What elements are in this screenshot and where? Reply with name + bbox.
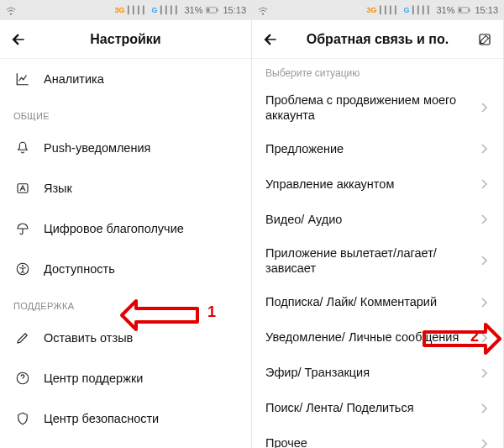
- row-label: Цифровое благополучие: [44, 221, 238, 236]
- chevron-right-icon: [478, 144, 490, 154]
- settings-screen: 3G ▎▎▎▎ G ▎▎▎▎ 31% 15:13 Настройки Анали…: [0, 0, 252, 448]
- wifi-icon: [257, 4, 269, 16]
- select-situation-label: Выберите ситуацию: [252, 59, 503, 84]
- row-label: Приложение вылетает/лагает/зависает: [265, 245, 478, 276]
- chevron-right-icon: [478, 256, 490, 266]
- section-header-support: ПОДДЕРЖКА: [0, 289, 251, 318]
- battery-icon: [206, 6, 219, 14]
- chevron-right-icon: [478, 403, 490, 414]
- row-label: Центр безопасности: [44, 411, 238, 426]
- feedback-screen: 3G ▎▎▎▎ G ▎▎▎▎ 31% 15:13 Обратная связь …: [252, 0, 504, 448]
- network-3g-label: 3G: [114, 6, 124, 14]
- sidebar-item-analytics[interactable]: Аналитика: [0, 59, 251, 99]
- pencil-icon: [13, 330, 32, 345]
- list-item[interactable]: Эфир/ Транзакция: [252, 356, 503, 391]
- row-label: Центр поддержки: [44, 371, 238, 386]
- row-label: Прочее: [265, 435, 478, 448]
- chevron-right-icon: [478, 179, 490, 189]
- help-icon: [13, 371, 32, 386]
- row-label: Управление аккаунтом: [265, 177, 478, 192]
- chevron-right-icon: [478, 298, 490, 308]
- sidebar-item-wellbeing[interactable]: Цифровое благополучие: [0, 208, 251, 249]
- row-label: Push-уведомления: [44, 140, 238, 155]
- sidebar-item-accessibility[interactable]: Доступность: [0, 249, 251, 289]
- arrow-left-icon: [10, 31, 27, 48]
- section-header-general: ОБЩИЕ: [0, 99, 251, 128]
- status-bar: 3G ▎▎▎▎ G ▎▎▎▎ 31% 15:13: [252, 0, 503, 20]
- list-item[interactable]: Подписка/ Лайк/ Комментарий: [252, 285, 503, 320]
- svg-rect-1: [217, 8, 218, 11]
- sidebar-item-safety-center[interactable]: Центр безопасности: [0, 398, 251, 439]
- list-item[interactable]: Поиск/ Лента/ Поделиться: [252, 391, 503, 426]
- row-label: Эфир/ Транзакция: [265, 365, 478, 380]
- list-item[interactable]: Приложение вылетает/лагает/зависает: [252, 237, 503, 284]
- compose-icon: [477, 32, 492, 47]
- header: Настройки: [0, 20, 251, 59]
- list-item[interactable]: Предложение: [252, 131, 503, 166]
- page-title: Настройки: [29, 32, 223, 47]
- signal-bars-2: ▎▎▎▎: [412, 6, 433, 14]
- section-header-documents: ДОКУМЕНТЫ: [0, 439, 251, 448]
- list-item[interactable]: Проблема с продвижением моего аккаунта: [252, 84, 503, 131]
- chevron-right-icon: [478, 103, 490, 113]
- shield-icon: [13, 411, 32, 426]
- chevron-right-icon: [478, 368, 490, 378]
- row-label: Проблема с продвижением моего аккаунта: [265, 92, 478, 123]
- sidebar-item-feedback[interactable]: Оставить отзыв: [0, 318, 251, 358]
- svg-rect-8: [469, 8, 470, 11]
- row-label: Видео/ Аудио: [265, 212, 478, 227]
- network-g-label: G: [151, 6, 157, 14]
- signal-bars-2: ▎▎▎▎: [160, 6, 181, 14]
- battery-pct: 31%: [184, 5, 202, 15]
- wifi-icon: [5, 4, 17, 16]
- row-label: Поиск/ Лента/ Поделиться: [265, 400, 478, 415]
- list-item[interactable]: Прочее: [252, 426, 503, 449]
- list-item[interactable]: Уведомление/ Личные сообщения: [252, 320, 503, 356]
- sidebar-item-help-center[interactable]: Центр поддержки: [0, 358, 251, 398]
- page-title: Обратная связь и по.: [281, 32, 475, 47]
- list-item[interactable]: Управление аккаунтом: [252, 166, 503, 202]
- network-g-label: G: [403, 6, 409, 14]
- battery-icon: [458, 6, 471, 14]
- back-button[interactable]: [8, 29, 29, 50]
- row-label: Аналитика: [44, 71, 238, 87]
- clock-time: 15:13: [475, 5, 498, 15]
- umbrella-icon: [13, 221, 32, 236]
- list-item[interactable]: Видео/ Аудио: [252, 202, 503, 237]
- network-3g-label: 3G: [366, 6, 376, 14]
- row-label: Подписка/ Лайк/ Комментарий: [265, 294, 478, 309]
- chart-icon: [13, 71, 32, 87]
- signal-bars-1: ▎▎▎▎: [380, 6, 400, 14]
- row-label: Уведомление/ Личные сообщения: [265, 329, 478, 345]
- compose-button[interactable]: [475, 29, 495, 50]
- svg-point-5: [22, 265, 24, 266]
- language-icon: [13, 181, 32, 196]
- arrow-left-icon: [262, 31, 279, 48]
- back-button[interactable]: [260, 29, 281, 50]
- bell-icon: [13, 140, 32, 155]
- chevron-right-icon: [478, 333, 490, 343]
- row-label: Оставить отзыв: [44, 330, 238, 345]
- header: Обратная связь и по.: [252, 20, 503, 59]
- sidebar-item-push[interactable]: Push-уведомления: [0, 128, 251, 168]
- status-bar: 3G ▎▎▎▎ G ▎▎▎▎ 31% 15:13: [0, 0, 251, 20]
- svg-rect-9: [459, 8, 462, 12]
- battery-pct: 31%: [436, 5, 454, 15]
- row-label: Доступность: [44, 261, 238, 277]
- row-label: Язык: [44, 181, 238, 196]
- accessibility-icon: [13, 261, 32, 277]
- clock-time: 15:13: [223, 5, 246, 15]
- row-label: Предложение: [265, 141, 478, 156]
- signal-bars-1: ▎▎▎▎: [128, 6, 148, 14]
- chevron-right-icon: [478, 214, 490, 224]
- sidebar-item-language[interactable]: Язык: [0, 168, 251, 208]
- chevron-right-icon: [478, 439, 490, 449]
- svg-rect-2: [207, 8, 210, 12]
